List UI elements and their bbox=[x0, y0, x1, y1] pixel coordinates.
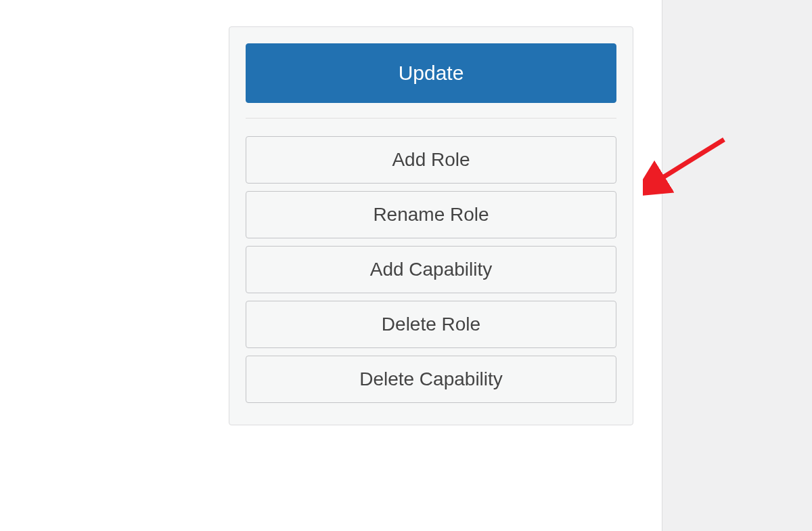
rename-role-button[interactable]: Rename Role bbox=[246, 191, 616, 238]
delete-capability-button[interactable]: Delete Capability bbox=[246, 356, 616, 403]
delete-role-button[interactable]: Delete Role bbox=[246, 301, 616, 348]
right-sidebar-panel bbox=[662, 0, 812, 531]
add-capability-button[interactable]: Add Capability bbox=[246, 246, 616, 293]
role-actions-panel: Update Add Role Rename Role Add Capabili… bbox=[229, 26, 633, 425]
add-role-button[interactable]: Add Role bbox=[246, 136, 616, 184]
update-button[interactable]: Update bbox=[246, 43, 616, 103]
divider bbox=[246, 118, 616, 119]
